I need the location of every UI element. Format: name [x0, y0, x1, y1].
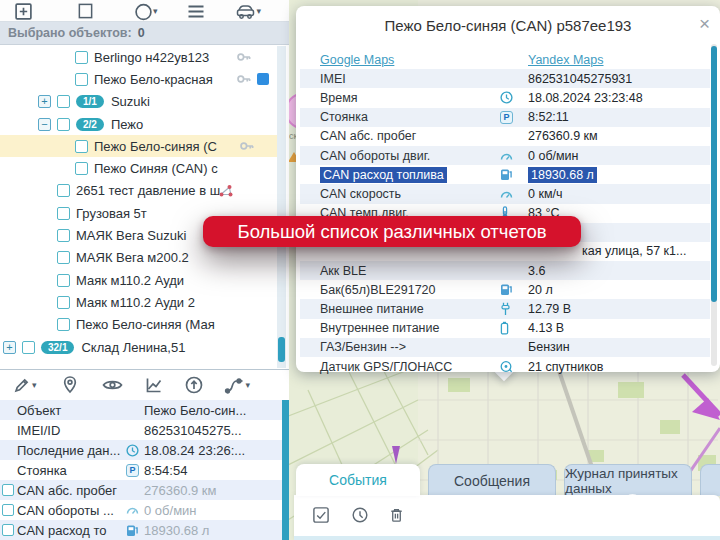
tree-item-label: Склад Ленина,51	[81, 340, 185, 355]
row-label: IMEI	[320, 72, 346, 86]
row-checkbox[interactable]	[75, 140, 88, 153]
time-filter-icon[interactable]	[351, 506, 369, 524]
popup-row: IMEI 862531045275931	[300, 69, 710, 88]
row-label: CAN расход топлива	[320, 167, 447, 183]
network-icon	[218, 183, 234, 198]
tree-row[interactable]: Пежо Бело-красная P	[0, 68, 277, 90]
row-value: 20 л	[528, 283, 553, 297]
row-checkbox[interactable]	[75, 73, 88, 86]
tree-item-label: Berlingo н422ув123	[94, 50, 209, 65]
select-area-button[interactable]	[77, 1, 94, 21]
sensor-checkbox[interactable]	[2, 524, 14, 536]
tree-row[interactable]: Berlingo н422ув123 P	[0, 46, 277, 68]
row-checkbox[interactable]	[75, 162, 88, 175]
row-checkbox[interactable]	[57, 118, 70, 131]
row-label: Акк BLE	[320, 264, 366, 278]
map-links-row: Google Maps Yandex Maps	[300, 50, 710, 69]
promo-banner: Большой список различных отчетов	[203, 216, 581, 247]
tree-group-row[interactable]: + 1/1 Suzuki	[0, 91, 277, 113]
tree-row[interactable]: Пежо Бело-синяя (Мая P×	[0, 314, 277, 336]
tree-scrollbar-track[interactable]	[277, 46, 286, 368]
detail-label: CAN обороты ...	[17, 503, 114, 518]
sensor-checkbox[interactable]	[2, 504, 14, 516]
row-checkbox[interactable]	[57, 207, 70, 220]
edit-button[interactable]: ▾	[12, 375, 37, 395]
tab-label: Журнал принятых данных	[565, 466, 691, 496]
details-scrollbar-thumb[interactable]	[282, 400, 289, 540]
detail-label: IMEI/ID	[17, 423, 60, 438]
tree-item-label: МАЯК Вега м200.2	[76, 250, 189, 265]
parking-icon: P	[126, 464, 139, 477]
tree-item-label: Suzuki	[111, 94, 150, 109]
avito-logo-circle	[602, 496, 615, 509]
chevron-down-icon[interactable]: ▾	[153, 7, 158, 16]
yandex-maps-link[interactable]: Yandex Maps	[528, 53, 604, 67]
tree-row-selected[interactable]: Пежо Бело-синяя (С P	[0, 135, 277, 157]
tree-item-label: Маяк м110.2 Ауди 2	[76, 295, 195, 310]
row-label: CAN абс. пробег	[320, 129, 416, 143]
row-value: 12.79 В	[528, 302, 571, 316]
popup-row: Датчик GPS/ГЛОНАСС 21 спутников	[300, 357, 710, 376]
tree-row[interactable]: Маяк м110.2 Ауди 2 P	[0, 291, 277, 313]
row-checkbox[interactable]	[57, 296, 70, 309]
visibility-button[interactable]	[101, 375, 124, 395]
color-square-icon	[257, 73, 269, 85]
row-label: Датчик GPS/ГЛОНАСС	[320, 360, 452, 374]
tab-label: Сообщения	[454, 473, 530, 489]
sensor-checkbox[interactable]	[2, 484, 14, 496]
row-checkbox[interactable]	[57, 184, 70, 197]
chevron-down-icon[interactable]: ▾	[32, 381, 37, 390]
tree-item-label: Грузовая 5т	[76, 206, 147, 221]
list-view-button[interactable]	[186, 1, 207, 21]
track-button[interactable]: ▾	[224, 375, 251, 395]
row-value: 18930.68 л	[528, 167, 597, 183]
row-checkbox[interactable]	[22, 341, 35, 354]
row-checkbox[interactable]	[57, 274, 70, 287]
select-radius-button[interactable]: ▾	[134, 1, 158, 21]
chevron-down-icon[interactable]: ▾	[257, 7, 262, 16]
tree-row[interactable]: МАЯК Вега м200.2 P	[0, 247, 277, 269]
google-maps-link[interactable]: Google Maps	[320, 53, 394, 67]
row-checkbox[interactable]	[57, 229, 70, 242]
row-checkbox[interactable]	[75, 51, 88, 64]
select-all-checkbox[interactable]	[312, 506, 330, 524]
chart-button[interactable]	[144, 375, 164, 395]
tree-group-row[interactable]: + 32/1 Склад Ленина,51	[0, 336, 277, 358]
row-value: 0 об/мин	[528, 149, 579, 163]
popup-row: CAN обороты двиг. 0 об/мин	[300, 146, 710, 165]
locate-button[interactable]	[61, 375, 79, 395]
export-button[interactable]	[184, 375, 204, 395]
row-checkbox[interactable]	[57, 95, 70, 108]
add-object-button[interactable]	[14, 1, 33, 21]
popup-row: Время 18.08.2024 23:23:48	[300, 88, 710, 107]
expand-icon[interactable]: +	[3, 341, 16, 354]
tab-extra[interactable]	[700, 464, 720, 496]
row-label: Внешнее питание	[320, 302, 424, 316]
parking-icon: P	[500, 111, 513, 124]
detail-label: Последние дан...	[17, 443, 120, 458]
promo-banner-text: Большой список различных отчетов	[237, 221, 546, 243]
tree-group-row[interactable]: − 2/2 Пежо	[0, 113, 277, 135]
tab-events[interactable]: События	[296, 464, 420, 496]
trash-icon[interactable]	[388, 506, 405, 524]
gauge-icon	[126, 505, 139, 515]
row-value: 276360.9 км	[528, 129, 598, 143]
tab-messages[interactable]: Сообщения	[428, 464, 556, 496]
popup-scrollbar-thumb[interactable]	[711, 46, 717, 302]
tree-scrollbar-thumb[interactable]	[278, 337, 285, 362]
tree-row[interactable]: Маяк м110.2 Ауди P×	[0, 269, 277, 291]
tree-row[interactable]: 2651 тест давление в ш	[0, 180, 277, 202]
top-toolbar: ▾ ▾	[0, 0, 289, 22]
chevron-down-icon[interactable]: ▾	[246, 381, 251, 390]
close-icon[interactable]: ×	[699, 14, 710, 33]
collapse-icon[interactable]: −	[38, 118, 51, 131]
row-label: ГАЗ/Бензин -->	[320, 340, 406, 354]
vehicle-filter-button[interactable]: ▾	[235, 1, 262, 21]
row-checkbox[interactable]	[57, 318, 70, 331]
popup-row-selected[interactable]: CAN расход топлива 18930.68 л	[300, 165, 710, 184]
tree-row[interactable]: Пежо Синяя (CAN) с P	[0, 157, 277, 179]
row-checkbox[interactable]	[57, 251, 70, 264]
tab-data-log[interactable]: Журнал принятых данных	[564, 464, 692, 496]
expand-icon[interactable]: +	[38, 95, 51, 108]
key-icon	[239, 139, 254, 154]
